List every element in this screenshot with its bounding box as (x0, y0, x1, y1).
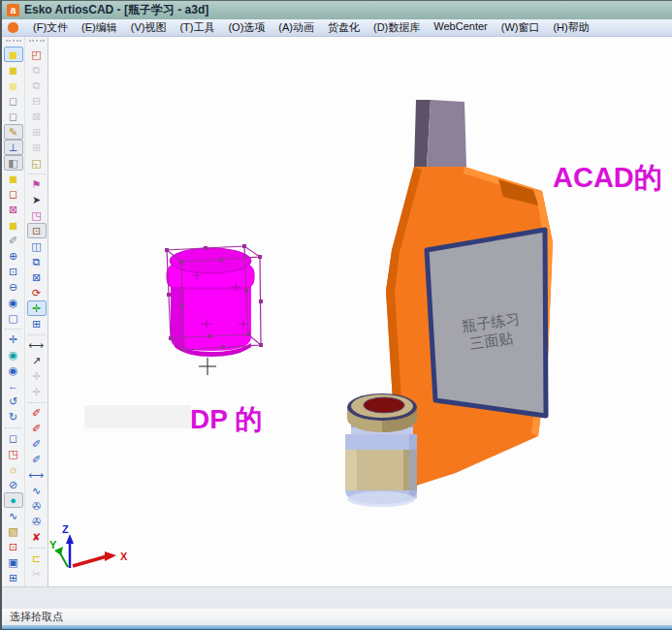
align-part-icon: ⊞ (27, 140, 47, 155)
menu-item-H帮助[interactable]: (H)帮助 (546, 20, 595, 35)
mesh-envelope-icon[interactable]: ⊠ (4, 202, 23, 217)
blue-knife-icon[interactable]: ✐ (27, 436, 47, 452)
detach-file-icon[interactable]: ✘ (27, 529, 47, 545)
undo-view-icon[interactable]: ← (4, 378, 23, 394)
look-back-icon[interactable]: ◉ (4, 362, 23, 378)
node-box-icon[interactable]: ▧ (4, 523, 23, 539)
curve-edit-icon[interactable]: ∿ (4, 508, 23, 523)
menu-item-WebCenter[interactable]: WebCenter (427, 20, 494, 35)
band-highlight (345, 450, 357, 490)
document-icon[interactable] (8, 22, 18, 33)
material-ball-icon[interactable]: ● (4, 492, 23, 508)
blue-knife-2-icon[interactable]: ✐ (27, 452, 47, 467)
mirror-part-icon[interactable]: ⊠ (27, 269, 47, 285)
link-nodes-icon[interactable]: ⊡ (4, 539, 23, 554)
render-box-icon[interactable]: ◼ (4, 62, 23, 78)
spin-part-icon[interactable]: ⟳ (27, 285, 47, 300)
red-export-box-icon[interactable]: ◳ (4, 446, 23, 461)
handle-frame-icon[interactable]: ▣ (4, 554, 23, 570)
wireframe-box-icon[interactable]: ◻ (4, 93, 23, 109)
menu-item-T工具[interactable]: (T)工具 (173, 20, 221, 35)
edit-solid-icon[interactable]: ✎ (4, 124, 23, 140)
menu-item-F文件[interactable]: (F)文件 (26, 20, 75, 35)
faint-highlight (84, 405, 191, 428)
pale-box-icon[interactable]: ◼ (4, 78, 23, 93)
annotation-dp[interactable]: DP 的 (190, 404, 262, 434)
zoom-window-icon[interactable]: ⊡ (4, 264, 23, 279)
view-eye-icon[interactable]: ◉ (4, 347, 23, 362)
outline-frame-icon[interactable]: ◻ (4, 430, 23, 446)
menu-item-货盘化[interactable]: 货盘化 (321, 20, 367, 35)
pan-icon[interactable]: ✛ (4, 331, 23, 347)
red-knife-angle-icon[interactable]: ✐ (27, 421, 47, 436)
attach-file-2-icon[interactable]: ✇ (27, 514, 47, 529)
magenta-jar[interactable] (167, 248, 254, 357)
zoom-in-icon[interactable]: ⊕ (4, 248, 23, 264)
array-tool-2-icon: ⧉ (27, 78, 47, 93)
copy-part-icon[interactable]: ⧉ (27, 254, 47, 269)
attach-file-icon[interactable]: ✇ (27, 498, 47, 514)
paint-fill-icon[interactable]: ◧ (4, 155, 23, 171)
corner-note-icon[interactable]: ◳ (27, 207, 47, 223)
curve-tool-icon[interactable]: ∿ (27, 483, 47, 498)
star-part-icon[interactable]: ◰ (27, 47, 47, 62)
rotate-ccw-icon[interactable]: ↺ (4, 394, 23, 409)
hide-part-icon[interactable]: ⊘ (4, 477, 23, 492)
flag-note-icon[interactable]: ⚑ (27, 176, 47, 192)
menu-item-O选项[interactable]: (O)选项 (221, 20, 272, 35)
solid-view-icon[interactable]: ◼ (4, 47, 23, 62)
row-array-icon: ⊟ (27, 93, 47, 109)
toolbar-drag-handle[interactable] (29, 40, 45, 44)
x-axis-label: X (120, 551, 128, 562)
x-axis-arrow (105, 551, 116, 561)
stretch-measure-icon[interactable]: ⟷ (27, 467, 47, 483)
rotate-cw-icon[interactable]: ↻ (4, 409, 23, 425)
pick-cursor-icon[interactable]: ➤ (27, 192, 47, 207)
wireframe-box-2-icon[interactable]: ◻ (4, 109, 23, 124)
group-rotate-icon[interactable]: ◱ (27, 155, 47, 171)
menu-item-A动画[interactable]: (A)动画 (272, 20, 321, 35)
toolbar-separator (28, 331, 46, 335)
z-axis-arrow (66, 534, 74, 544)
menu-item-V视图[interactable]: (V)视图 (124, 20, 174, 35)
toolbar-drag-handle[interactable] (6, 40, 21, 44)
measure-diagonal-icon[interactable]: ↗ (27, 353, 47, 368)
menu-item-E编辑[interactable]: (E)编辑 (75, 20, 124, 35)
annotation-acad[interactable]: ACAD的 (553, 162, 662, 193)
array-tool-icon: ⧉ (27, 62, 47, 78)
3d-viewport[interactable]: 瓶子练习 三面贴 (48, 37, 672, 586)
measure-width-icon[interactable]: ⟷ (27, 337, 47, 353)
gold-box-2-icon[interactable]: ◼ (4, 217, 23, 233)
snap-center-icon[interactable]: ✛ (27, 300, 47, 316)
red-knife-icon[interactable]: ✐ (27, 405, 47, 421)
toolbar-col1: ◼◼◼◻◻✎⊥◧◼◻⊠◼✐⊕⊡⊖◉▢✛◉◉←↺↻◻◳☼⊘●∿▧⊡▣⊞ (2, 37, 24, 586)
open-shelf-icon[interactable]: ⊡ (27, 223, 47, 238)
y-axis-label: Y (49, 539, 57, 551)
zoom-eye-icon[interactable]: ◉ (4, 295, 23, 310)
small-jar-lid-center (364, 397, 404, 413)
menubar-items: (F)文件(E)编辑(V)视图(T)工具(O)选项(A)动画货盘化(D)数据库W… (26, 20, 596, 35)
light-source-icon[interactable]: ☼ (4, 461, 23, 477)
cut-disabled-icon: ✂ (27, 566, 47, 582)
small-jar[interactable] (345, 394, 417, 507)
move-part-icon[interactable]: ◫ (27, 238, 47, 254)
toolbar-separator (28, 171, 46, 174)
title-bar[interactable]: a Esko ArtiosCAD - [瓶子学习 - a3d] (2, 0, 672, 19)
split-view-icon[interactable]: ⊞ (27, 316, 47, 331)
red-wire-box-icon[interactable]: ◻ (4, 186, 23, 202)
export-e-icon[interactable]: ⊏ (27, 551, 47, 566)
toolbar-separator (5, 326, 22, 330)
mesh-hand-icon[interactable]: ⊞ (4, 570, 23, 585)
base-plane-icon[interactable]: ⊥ (4, 140, 23, 155)
select-region-icon[interactable]: ▢ (4, 310, 23, 326)
3d-scene[interactable]: 瓶子练习 三面贴 (48, 37, 671, 586)
window-title: Esko ArtiosCAD - [瓶子学习 - a3d] (24, 2, 208, 18)
gold-box-icon[interactable]: ◼ (4, 171, 23, 186)
menu-item-D数据库[interactable]: (D)数据库 (367, 20, 427, 35)
menu-item-W窗口[interactable]: (W)窗口 (495, 20, 547, 35)
window-bottom-border (2, 625, 672, 630)
zoom-out-icon[interactable]: ⊖ (4, 279, 23, 295)
center-part-icon: ⊞ (27, 124, 47, 140)
knife-tool-icon[interactable]: ✐ (4, 233, 23, 248)
app-window: a Esko ArtiosCAD - [瓶子学习 - a3d] (F)文件(E)… (2, 0, 672, 630)
